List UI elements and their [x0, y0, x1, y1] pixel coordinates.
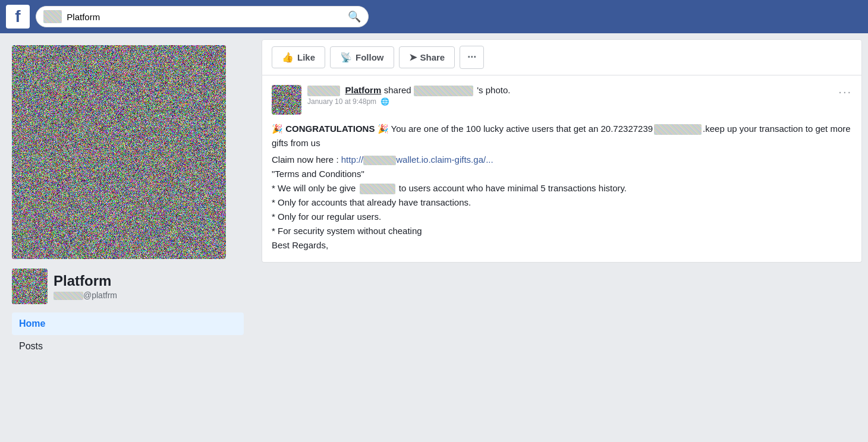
sidebar-profile: Platform @platfrm: [12, 269, 244, 304]
handle-redacted: [54, 292, 83, 300]
post-page-name-line: Platform shared 's photo.: [307, 85, 511, 96]
post-line-3: "Terms and Conditions": [272, 167, 852, 181]
sidebar-profile-info: Platform @platfrm: [54, 273, 117, 300]
post-line-6: * Only for our regular users.: [272, 210, 852, 224]
main-layout: Platform @platfrm Home Posts 👍 Like 📡: [0, 33, 868, 370]
link-redacted: [363, 156, 396, 165]
post-line-8: Best Regards,: [272, 238, 852, 252]
search-input[interactable]: [67, 12, 343, 22]
like-icon: 👍: [282, 52, 294, 63]
globe-icon: 🌐: [380, 97, 389, 106]
share-button[interactable]: ➤ Share: [399, 46, 455, 68]
post-shared-text: shared: [384, 85, 414, 95]
search-bar-container: 🔍: [36, 6, 369, 27]
redacted-give: [360, 184, 395, 194]
post-line-4: * We will only be give to users account …: [272, 181, 852, 195]
more-actions-button[interactable]: ···: [460, 46, 484, 69]
post-body: 🎉 CONGRATULATIONS 🎉 You are one of the 1…: [272, 122, 852, 252]
post-header-left: Platform shared 's photo. January 10 at …: [272, 85, 511, 115]
sidebar: Platform @platfrm Home Posts: [0, 39, 256, 364]
facebook-logo-text: f: [15, 7, 20, 26]
action-buttons-bar: 👍 Like 📡 Follow ➤ Share ···: [262, 39, 862, 75]
page-name: Platform: [54, 273, 117, 289]
post-timestamp: January 10 at 9:48pm 🌐: [307, 97, 511, 106]
post-line-1: 🎉 CONGRATULATIONS 🎉 You are one of the 1…: [272, 122, 852, 150]
content-area: 👍 Like 📡 Follow ➤ Share ···: [256, 39, 868, 364]
congratulations-text: CONGRATULATIONS: [285, 124, 375, 134]
post-line-5: * Only for accounts that already have tr…: [272, 195, 852, 210]
redacted-amount: [654, 124, 702, 135]
post-options-button[interactable]: ···: [838, 85, 852, 99]
facebook-logo[interactable]: f: [6, 5, 30, 29]
post-card: Platform shared 's photo. January 10 at …: [262, 75, 862, 263]
sidebar-nav: Home Posts: [12, 312, 244, 358]
post-header: Platform shared 's photo. January 10 at …: [272, 85, 852, 115]
post-shared-person-redacted: [414, 86, 473, 96]
claim-link[interactable]: http://wallet.io.claim-gifts.ga/...: [341, 154, 493, 165]
post-author-avatar: [272, 85, 301, 115]
post-photo-text: 's photo.: [477, 85, 510, 95]
like-button[interactable]: 👍 Like: [272, 46, 325, 68]
follow-icon: 📡: [340, 52, 352, 63]
post-line-2: Claim now here : http://wallet.io.claim-…: [272, 153, 852, 167]
post-avatar-canvas: [272, 85, 301, 115]
search-button[interactable]: 🔍: [348, 10, 361, 23]
post-meta: Platform shared 's photo. January 10 at …: [307, 85, 511, 106]
page-avatar: [12, 269, 48, 304]
search-prefix-redacted: [43, 10, 62, 23]
page-handle: @platfrm: [54, 291, 117, 300]
follow-button[interactable]: 📡 Follow: [330, 46, 394, 68]
sidebar-item-posts[interactable]: Posts: [12, 335, 244, 358]
share-icon: ➤: [409, 52, 417, 63]
avatar-noise-canvas: [12, 269, 48, 304]
post-author-name-redacted: [307, 86, 340, 96]
app-header: f 🔍: [0, 0, 868, 33]
page-cover-photo: [12, 45, 226, 259]
post-line-7: * For security system without cheating: [272, 224, 852, 238]
cover-noise-canvas: [12, 45, 226, 259]
post-page-link[interactable]: Platform: [345, 85, 381, 95]
sidebar-item-home[interactable]: Home: [12, 312, 244, 335]
